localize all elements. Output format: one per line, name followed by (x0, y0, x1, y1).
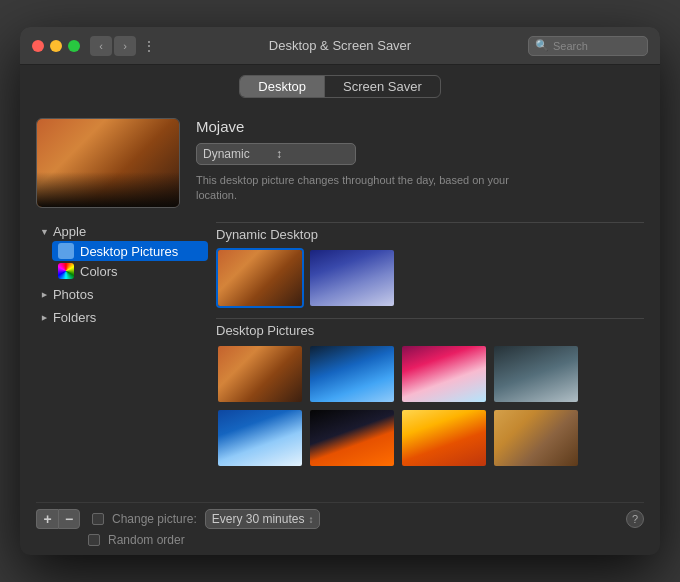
help-button[interactable]: ? (626, 510, 644, 528)
nav-buttons: ‹ › (90, 36, 136, 56)
gallery: Dynamic Desktop Desktop Pictures (216, 222, 644, 502)
search-placeholder: Search (553, 40, 588, 52)
gallery-section-desktop: Desktop Pictures (216, 318, 644, 344)
add-source-button[interactable]: + (36, 509, 58, 529)
preview-info: Mojave Dynamic ↕ This desktop picture ch… (196, 118, 644, 204)
sidebar-apple-header[interactable]: ▼ Apple (36, 222, 208, 241)
random-order-checkbox[interactable] (88, 534, 100, 546)
thumb-image (494, 346, 578, 402)
thumb-image (310, 410, 394, 466)
sidebar-section-apple: ▼ Apple Desktop Pictures Colors (36, 222, 208, 281)
gallery-thumb[interactable] (308, 248, 396, 308)
main-window: ‹ › ⋮ Desktop & Screen Saver 🔍 Search De… (20, 27, 660, 555)
colors-icon (58, 263, 74, 279)
disclosure-arrow-icon: ▼ (40, 227, 49, 237)
close-button[interactable] (32, 40, 44, 52)
style-dropdown-value: Dynamic (203, 147, 276, 161)
change-picture-label: Change picture: (112, 512, 197, 526)
add-remove-buttons: + − (36, 509, 80, 529)
footer-area: + − Change picture: Every 30 minutes ↕ ?… (20, 502, 660, 555)
preview-thumbnail (36, 118, 180, 208)
main-content: Mojave Dynamic ↕ This desktop picture ch… (20, 106, 660, 502)
preview-image (37, 119, 179, 207)
sidebar-photos-header[interactable]: ▼ Photos (36, 285, 208, 304)
forward-button[interactable]: › (114, 36, 136, 56)
interval-dropdown[interactable]: Every 30 minutes ↕ (205, 509, 321, 529)
remove-source-button[interactable]: − (58, 509, 80, 529)
tab-desktop[interactable]: Desktop (240, 76, 325, 97)
titlebar: ‹ › ⋮ Desktop & Screen Saver 🔍 Search (20, 27, 660, 65)
footer-row-1: + − Change picture: Every 30 minutes ↕ ? (36, 509, 644, 529)
gallery-grid-dynamic (216, 248, 644, 308)
footer-content: + − Change picture: Every 30 minutes ↕ ?… (36, 502, 644, 555)
interval-value: Every 30 minutes (212, 512, 305, 526)
thumb-image (310, 346, 394, 402)
gallery-thumb[interactable] (308, 344, 396, 404)
gallery-thumb[interactable] (216, 248, 304, 308)
thumb-image (218, 410, 302, 466)
thumb-image (494, 410, 578, 466)
gallery-thumb[interactable] (492, 344, 580, 404)
grid-view-button[interactable]: ⋮ (142, 38, 156, 54)
chevron-down-icon: ↕ (276, 147, 349, 161)
search-box[interactable]: 🔍 Search (528, 36, 648, 56)
search-icon: 🔍 (535, 39, 549, 52)
sidebar-folders-label: Folders (53, 310, 96, 325)
minimize-button[interactable] (50, 40, 62, 52)
chevron-down-icon: ↕ (308, 514, 313, 525)
sidebar-apple-label: Apple (53, 224, 86, 239)
thumb-image (310, 250, 394, 306)
gallery-section-dynamic: Dynamic Desktop (216, 222, 644, 248)
style-dropdown[interactable]: Dynamic ↕ (196, 143, 356, 165)
sidebar-apple-items: Desktop Pictures Colors (36, 241, 208, 281)
sidebar-section-photos: ▼ Photos (36, 285, 208, 304)
gallery-thumb[interactable] (308, 408, 396, 468)
random-order-label: Random order (108, 533, 185, 547)
back-button[interactable]: ‹ (90, 36, 112, 56)
sidebar-item-desktop-pictures[interactable]: Desktop Pictures (52, 241, 208, 261)
wallpaper-name: Mojave (196, 118, 644, 135)
gallery-thumb[interactable] (492, 408, 580, 468)
gallery-thumb[interactable] (400, 344, 488, 404)
gallery-grid-desktop (216, 344, 644, 468)
sidebar-section-folders: ▼ Folders (36, 308, 208, 327)
tab-screensaver[interactable]: Screen Saver (325, 76, 440, 97)
thumb-image (218, 250, 302, 306)
gallery-thumb[interactable] (216, 344, 304, 404)
folder-icon (58, 243, 74, 259)
change-picture-checkbox[interactable] (92, 513, 104, 525)
sidebar-item-colors[interactable]: Colors (52, 261, 208, 281)
maximize-button[interactable] (68, 40, 80, 52)
disclosure-arrow-icon: ▼ (39, 290, 49, 299)
change-picture-row: Change picture: Every 30 minutes ↕ (80, 509, 626, 529)
thumb-image (402, 410, 486, 466)
sidebar-desktop-pictures-label: Desktop Pictures (80, 244, 178, 259)
traffic-lights (32, 40, 80, 52)
thumb-image (402, 346, 486, 402)
sidebar-folders-header[interactable]: ▼ Folders (36, 308, 208, 327)
body-row: ▼ Apple Desktop Pictures Colors (36, 222, 644, 502)
wallpaper-description: This desktop picture changes throughout … (196, 173, 536, 204)
sidebar: ▼ Apple Desktop Pictures Colors (36, 222, 216, 502)
sidebar-photos-label: Photos (53, 287, 93, 302)
disclosure-arrow-icon: ▼ (39, 313, 49, 322)
tabs-row: Desktop Screen Saver (20, 65, 660, 106)
preview-section: Mojave Dynamic ↕ This desktop picture ch… (36, 106, 644, 222)
tab-group: Desktop Screen Saver (239, 75, 440, 98)
window-title: Desktop & Screen Saver (269, 38, 411, 53)
gallery-thumb[interactable] (216, 408, 304, 468)
sidebar-colors-label: Colors (80, 264, 118, 279)
footer-row-2: Random order (36, 533, 644, 547)
thumb-image (218, 346, 302, 402)
gallery-thumb[interactable] (400, 408, 488, 468)
